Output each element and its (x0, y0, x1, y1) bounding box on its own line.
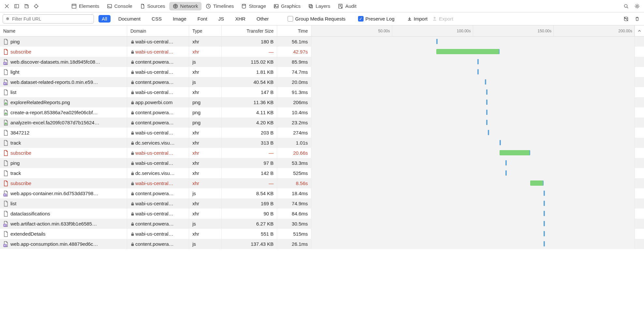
cell-time: 42.97s (277, 47, 311, 57)
tab-graphics[interactable]: Graphics (270, 2, 304, 10)
waterfall-bar (486, 89, 487, 95)
table-row[interactable]: dataclassificationswabi-us-central…xhr90… (0, 209, 644, 219)
cell-time: 274ms (277, 128, 311, 138)
tab-network[interactable]: Network (169, 2, 202, 10)
waterfall-bar (486, 120, 487, 125)
table-row[interactable]: subscribewabi-us-central…xhr—42.97s (0, 47, 644, 57)
cell-domain: content.powera… (127, 117, 189, 128)
cell-type: png (189, 97, 222, 107)
table-row[interactable]: pingwabi-us-central…xhr97 B53.3ms (0, 158, 644, 168)
cell-domain: wabi-us-central… (127, 47, 189, 57)
request-domain: wabi-us-central… (135, 39, 173, 44)
col-time[interactable]: Time (277, 25, 311, 36)
request-domain: dc.services.visu… (135, 170, 175, 176)
waterfall-tick: 100.00s (392, 25, 473, 36)
table-row[interactable]: pingwabi-us-central…xhr180 B56.1ms (0, 37, 644, 47)
filter-other[interactable]: Other (253, 15, 272, 23)
lock-icon (130, 151, 135, 155)
table-row[interactable]: trackdc.services.visu…xhr142 B525ms (0, 168, 644, 178)
tab-console[interactable]: Console (103, 2, 136, 10)
search-icon[interactable] (622, 2, 630, 10)
tab-sources[interactable]: Sources (136, 2, 169, 10)
filter-xhr[interactable]: XHR (232, 15, 249, 23)
col-type[interactable]: Type (189, 25, 222, 36)
row-spacer (635, 168, 644, 178)
table-row[interactable]: exploreRelatedReports.pngapp.powerbi.com… (0, 97, 644, 107)
tab-audit[interactable]: Audit (334, 2, 360, 10)
file-icon (3, 109, 8, 116)
tab-label: Network (180, 3, 198, 9)
row-spacer (635, 87, 644, 97)
filter-font[interactable]: Font (194, 15, 211, 23)
filter-field[interactable] (12, 16, 91, 22)
row-spacer (635, 148, 644, 158)
table-row[interactable]: web.artifact-action.min.633f9b1e6585…con… (0, 219, 644, 229)
cell-domain: content.powera… (127, 57, 189, 67)
export-button[interactable]: Export (432, 16, 453, 22)
cell-waterfall (311, 138, 635, 148)
table-row[interactable]: analyzeIn-excel.fa209fc0787d7b15624…cont… (0, 117, 644, 128)
main-toolbar: Elements Console Sources Network Timelin… (0, 0, 644, 12)
waterfall-bar (530, 180, 544, 186)
table-row[interactable]: listwabi-us-central…xhr147 B91.3ms (0, 87, 644, 97)
tab-storage[interactable]: Storage (238, 2, 269, 10)
table-row[interactable]: extendedDetailswabi-us-central…xhr551 B5… (0, 229, 644, 239)
cell-domain: wabi-us-central… (127, 87, 189, 97)
lock-icon (130, 161, 135, 165)
tab-elements[interactable]: Elements (68, 2, 103, 10)
filter-js[interactable]: JS (215, 15, 228, 23)
tab-layers[interactable]: Layers (305, 2, 334, 10)
table-row[interactable]: web.discover-datasets.min.18d945fc08…con… (0, 57, 644, 67)
filter-all[interactable]: All (98, 15, 111, 23)
col-domain[interactable]: Domain (127, 25, 189, 36)
col-name[interactable]: Name (0, 25, 127, 36)
file-icon (3, 140, 8, 146)
url-filter-input[interactable] (3, 14, 94, 23)
preserve-log-checkbox[interactable]: Preserve Log (358, 16, 395, 22)
filter-document[interactable]: Document (115, 15, 144, 23)
cell-name: analyzeIn-excel.fa209fc0787d7b15624… (0, 117, 127, 128)
table-row[interactable]: trackdc.services.visu…xhr313 B1.01s (0, 138, 644, 148)
checkbox-label: Group Media Requests (295, 16, 345, 22)
cell-domain: content.powera… (127, 239, 189, 249)
table-row[interactable]: subscribewabi-us-central…xhr—8.56s (0, 178, 644, 188)
cell-name: subscribe (0, 47, 127, 57)
disable-cache-icon[interactable] (622, 15, 630, 23)
svg-point-9 (275, 5, 276, 6)
table-row[interactable]: create-a-report.85386a7ea029fe06cbf…cont… (0, 107, 644, 117)
panel-popout-icon[interactable] (22, 2, 31, 10)
target-icon[interactable] (32, 2, 40, 10)
request-domain: wabi-us-central… (135, 180, 173, 186)
filter-css[interactable]: CSS (148, 15, 165, 23)
request-name: web.dataset-related-reports.0.min.e59… (10, 79, 98, 85)
row-spacer (635, 158, 644, 168)
cell-time: 56.1ms (277, 37, 311, 47)
file-icon (3, 99, 8, 106)
table-row[interactable]: lightwabi-us-central…xhr1.81 KB74.7ms (0, 67, 644, 77)
import-button[interactable]: Import (407, 16, 428, 22)
group-media-checkbox[interactable]: Group Media Requests (288, 16, 345, 22)
cell-name: list (0, 87, 127, 97)
cell-name: web.discover-datasets.min.18d945fc08… (0, 57, 127, 67)
clear-icon[interactable] (633, 15, 641, 23)
table-row[interactable]: web.dataset-related-reports.0.min.e59…co… (0, 77, 644, 87)
cell-domain: wabi-us-central… (127, 229, 189, 239)
close-icon[interactable] (3, 2, 11, 10)
gear-icon[interactable] (633, 2, 641, 10)
table-row[interactable]: subscribewabi-us-central…xhr—20.66s (0, 148, 644, 158)
cell-name: subscribe (0, 178, 127, 188)
table-row[interactable]: web.app-consumption.min.48879ed6c…conten… (0, 239, 644, 249)
request-domain: wabi-us-central… (135, 130, 173, 135)
col-size[interactable]: Transfer Size (222, 25, 277, 36)
filter-image[interactable]: Image (170, 15, 190, 23)
table-row[interactable]: listwabi-us-central…xhr169 B74.9ms (0, 198, 644, 209)
cell-domain: wabi-us-central… (127, 209, 189, 219)
table-row[interactable]: 3847212wabi-us-central…xhr203 B274ms (0, 128, 644, 138)
cell-type: xhr (189, 148, 222, 158)
cell-type: js (189, 239, 222, 249)
table-row[interactable]: web.apps-container.min.6d753dd3798…conte… (0, 188, 644, 198)
tab-timelines[interactable]: Timelines (202, 2, 237, 10)
row-spacer (635, 188, 644, 198)
panel-left-icon[interactable] (12, 2, 21, 10)
collapse-icon[interactable] (635, 25, 644, 36)
